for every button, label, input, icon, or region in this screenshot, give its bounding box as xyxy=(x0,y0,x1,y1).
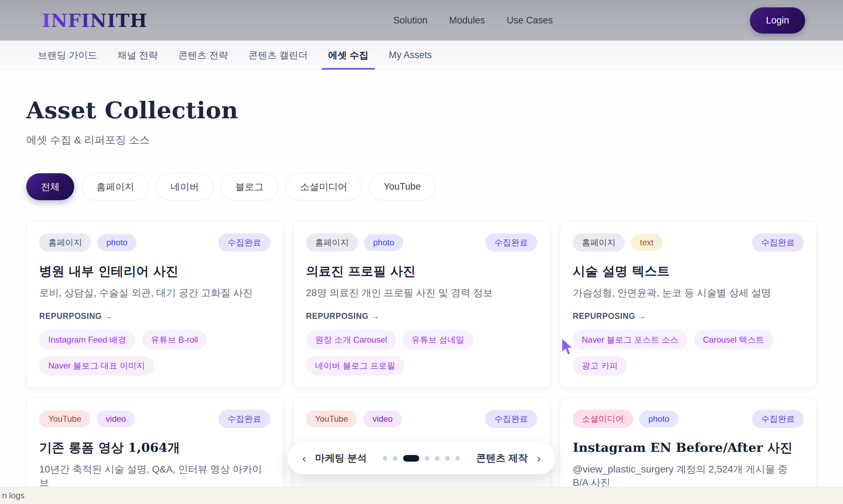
filter-social[interactable]: 소셜미디어 xyxy=(286,173,362,200)
card-description: 28명 의료진 개인 프로필 사진 및 경력 정보 xyxy=(306,286,537,300)
tag-list: 원장 소개 Carousel 유튜브 섬네일 네이버 블로그 프로필 xyxy=(306,330,537,376)
type-badge: video xyxy=(97,411,135,427)
repurposing-link[interactable]: REPURPOSING → xyxy=(39,312,270,321)
footer-log-bar: n logs xyxy=(0,487,843,504)
category-badge: 홈페이지 xyxy=(39,233,91,252)
nav-modules[interactable]: Modules xyxy=(449,15,485,26)
repurposing-tag: 광고 카피 xyxy=(573,356,627,376)
page-subtitle: 에셋 수집 & 리퍼포징 소스 xyxy=(26,133,817,147)
card-description: 가슴성형, 안면윤곽, 눈코 등 시술별 상세 설명 xyxy=(573,286,804,300)
tag-list: Instagram Feed 배경 유튜브 B-roll Naver 블로그 대… xyxy=(39,330,270,376)
logo[interactable]: INFINITH xyxy=(42,10,147,31)
card-description: 로비, 상담실, 수술실 외관, 대기 공간 고화질 사진 xyxy=(39,286,270,300)
card-title: Instagram EN Before/After 사진 xyxy=(573,439,804,456)
carousel-dot[interactable] xyxy=(393,456,398,461)
carousel-dots xyxy=(383,455,460,462)
login-button[interactable]: Login xyxy=(750,7,805,34)
card-title: 의료진 프로필 사진 xyxy=(306,263,537,280)
nav-solution[interactable]: Solution xyxy=(393,15,428,26)
top-nav: Solution Modules Use Cases xyxy=(393,15,553,26)
tab-content-strategy[interactable]: 콘텐츠 전략 xyxy=(178,41,228,70)
card-title: 기존 롱폼 영상 1,064개 xyxy=(39,439,270,456)
category-badge: 홈페이지 xyxy=(573,233,625,252)
card-title: 시술 설명 텍스트 xyxy=(573,263,804,280)
repurposing-tag: 유튜브 B-roll xyxy=(142,330,207,350)
type-badge: photo xyxy=(639,411,678,427)
carousel-dot[interactable] xyxy=(383,456,388,461)
status-badge: 수집완료 xyxy=(485,233,537,252)
repurposing-tag: 원장 소개 Carousel xyxy=(306,330,396,350)
badge-row: 홈페이지 photo 수집완료 xyxy=(306,233,537,252)
badge-row: 소셜미디어 photo 수집완료 xyxy=(573,410,804,428)
repurposing-tag: 네이버 블로그 프로필 xyxy=(306,356,404,376)
carousel-dot[interactable] xyxy=(435,456,440,461)
page-title: Asset Collection xyxy=(26,97,817,124)
nav-use-cases[interactable]: Use Cases xyxy=(507,15,553,26)
asset-card[interactable]: 홈페이지 photo 수집완료 병원 내부 인테리어 사진 로비, 상담실, 수… xyxy=(26,221,283,388)
card-description: 10년간 축적된 시술 설명, Q&A, 인터뷰 영상 아카이브 xyxy=(39,463,270,489)
chevron-left-icon[interactable]: ‹ xyxy=(302,453,306,464)
type-badge: photo xyxy=(97,234,137,251)
top-header: INFINITH Solution Modules Use Cases Logi… xyxy=(0,0,843,41)
section-pager: ‹ 마케팅 분석 콘텐츠 제작 › xyxy=(287,442,556,475)
category-badge: YouTube xyxy=(39,411,90,427)
asset-card[interactable]: 홈페이지 text 수집완료 시술 설명 텍스트 가슴성형, 안면윤곽, 눈코 … xyxy=(560,221,817,388)
filter-homepage[interactable]: 홈페이지 xyxy=(82,173,148,200)
status-badge: 수집완료 xyxy=(218,233,270,252)
tab-content-calendar[interactable]: 콘텐츠 캘린더 xyxy=(249,41,308,70)
category-badge: YouTube xyxy=(306,411,357,427)
tab-asset-collection[interactable]: 에셋 수집 xyxy=(328,41,369,70)
tab-branding-guide[interactable]: 브랜딩 가이드 xyxy=(38,41,97,70)
status-badge: 수집완료 xyxy=(752,233,804,252)
repurposing-link[interactable]: REPURPOSING → xyxy=(573,312,804,321)
chevron-right-icon[interactable]: › xyxy=(537,453,541,464)
asset-card[interactable]: 홈페이지 photo 수집완료 의료진 프로필 사진 28명 의료진 개인 프로… xyxy=(293,221,550,388)
category-badge: 홈페이지 xyxy=(306,233,358,252)
repurposing-tag: Instagram Feed 배경 xyxy=(39,330,135,350)
filter-youtube[interactable]: YouTube xyxy=(369,173,435,200)
repurposing-tag: Carousel 텍스트 xyxy=(694,330,773,350)
badge-row: YouTube video 수집완료 xyxy=(39,410,270,428)
badge-row: 홈페이지 text 수집완료 xyxy=(573,233,804,252)
tag-list: Naver 블로그 포스트 소스 Carousel 텍스트 광고 카피 xyxy=(573,330,804,376)
badge-row: 홈페이지 photo 수집완료 xyxy=(39,233,270,252)
status-badge: 수집완료 xyxy=(218,410,270,428)
pager-next-label[interactable]: 콘텐츠 제작 xyxy=(476,451,528,465)
card-description: @view_plastic_surgery 계정의 2,524개 게시물 중 B… xyxy=(573,463,804,489)
card-title: 병원 내부 인테리어 사진 xyxy=(39,263,270,280)
status-badge: 수집완료 xyxy=(752,410,804,428)
tab-bar: 브랜딩 가이드 채널 전략 콘텐츠 전략 콘텐츠 캘린더 에셋 수집 My As… xyxy=(0,41,843,70)
status-badge: 수집완료 xyxy=(485,410,537,428)
footer-log-text: n logs xyxy=(2,491,25,500)
type-badge: text xyxy=(631,234,663,251)
tab-my-assets[interactable]: My Assets xyxy=(389,41,432,70)
filter-naver[interactable]: 네이버 xyxy=(156,173,213,200)
carousel-dot-active[interactable] xyxy=(403,455,419,462)
badge-row: YouTube video 수집완료 xyxy=(306,410,537,428)
repurposing-link[interactable]: REPURPOSING → xyxy=(306,312,537,321)
pager-prev-label[interactable]: 마케팅 분석 xyxy=(315,451,367,465)
carousel-dot[interactable] xyxy=(445,456,450,461)
repurposing-tag: Naver 블로그 포스트 소스 xyxy=(573,330,688,350)
carousel-dot[interactable] xyxy=(425,456,430,461)
type-badge: video xyxy=(363,411,402,427)
filter-bar: 전체 홈페이지 네이버 블로그 소셜미디어 YouTube xyxy=(26,173,817,200)
type-badge: photo xyxy=(364,234,403,251)
carousel-dot[interactable] xyxy=(455,456,460,461)
filter-all[interactable]: 전체 xyxy=(26,173,74,200)
filter-blog[interactable]: 블로그 xyxy=(221,173,278,200)
repurposing-tag: 유튜브 섬네일 xyxy=(402,330,473,350)
category-badge: 소셜미디어 xyxy=(573,410,633,428)
tab-channel-strategy[interactable]: 채널 전략 xyxy=(118,41,158,70)
repurposing-tag: Naver 블로그 대표 이미지 xyxy=(39,356,154,376)
